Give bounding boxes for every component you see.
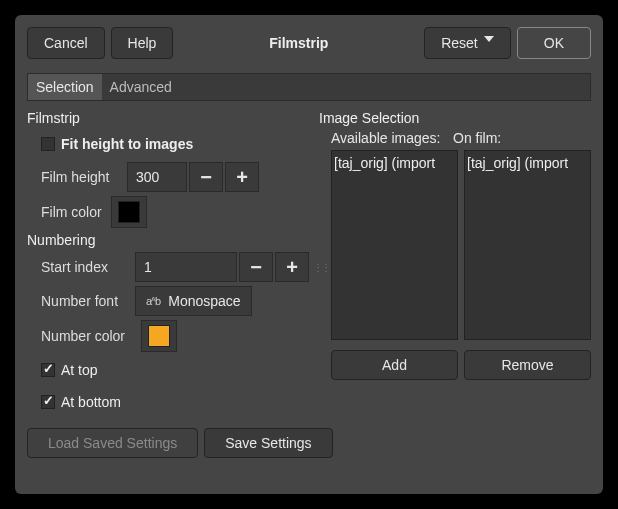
film-height-increment[interactable]: + [225,162,259,192]
start-index-increment[interactable]: + [275,252,309,282]
film-height-input[interactable] [127,162,187,192]
dialog-body: Filmstrip Fit height to images Film heig… [27,101,591,420]
start-index-label: Start index [41,259,135,275]
tabs: Selection Advanced [27,73,591,101]
start-index-decrement[interactable]: − [239,252,273,282]
filmstrip-dialog: Cancel Help Filmstrip Reset OK Selection… [15,15,603,494]
list-headers: Available images: On film: [331,130,591,146]
tab-advanced[interactable]: Advanced [102,74,180,100]
film-color-row: Film color [27,196,319,228]
number-font-label: Number font [41,293,135,309]
left-column: Filmstrip Fit height to images Film heig… [27,107,319,420]
start-index-spinner: − + [135,252,309,282]
save-settings-button[interactable]: Save Settings [204,428,332,458]
film-color-label: Film color [41,204,111,220]
font-icon: aᴬb [146,295,160,308]
lists-container: [taj_orig] (import [taj_orig] (import [319,150,591,340]
available-label: Available images: [331,130,441,146]
cancel-button[interactable]: Cancel [27,27,105,59]
fit-height-checkbox[interactable] [41,137,55,151]
at-bottom-checkbox[interactable] [41,395,55,409]
number-font-button[interactable]: aᴬb Monospace [135,286,252,316]
add-remove-row: Add Remove [319,350,591,380]
ok-button[interactable]: OK [517,27,591,59]
film-height-spinner: − + [127,162,259,192]
at-top-label: At top [61,362,98,378]
film-height-decrement[interactable]: − [189,162,223,192]
remove-button[interactable]: Remove [464,350,591,380]
number-color-swatch [148,325,170,347]
start-index-input[interactable] [135,252,237,282]
film-color-swatch [118,201,140,223]
help-button[interactable]: Help [111,27,174,59]
reset-label: Reset [441,35,478,51]
fit-height-label: Fit height to images [61,136,193,152]
at-bottom-label: At bottom [61,394,121,410]
available-images-list[interactable]: [taj_orig] (import [331,150,458,340]
number-font-value: Monospace [168,293,240,309]
list-item[interactable]: [taj_orig] (import [334,155,455,171]
fit-height-row: Fit height to images [27,130,319,158]
list-item[interactable]: [taj_orig] (import [467,155,588,171]
on-film-label: On film: [453,130,501,146]
tab-selection[interactable]: Selection [28,74,102,100]
right-column: Image Selection Available images: On fil… [319,107,591,420]
image-selection-title: Image Selection [319,110,591,126]
add-button[interactable]: Add [331,350,458,380]
at-top-row: At top [27,356,319,384]
film-height-label: Film height [41,169,127,185]
number-font-row: Number font aᴬb Monospace [27,286,319,316]
film-height-row: Film height − + [27,162,319,192]
on-film-list[interactable]: [taj_orig] (import [464,150,591,340]
reset-button[interactable]: Reset [424,27,511,59]
filmstrip-section-title: Filmstrip [27,110,319,126]
dialog-header: Cancel Help Filmstrip Reset OK [27,27,591,59]
number-color-row: Number color [27,320,319,352]
number-color-label: Number color [41,328,141,344]
number-color-button[interactable] [141,320,177,352]
start-index-row: Start index − + ⋮⋮ [27,252,319,282]
dialog-title: Filmstrip [179,35,418,51]
at-top-checkbox[interactable] [41,363,55,377]
footer: Load Saved Settings Save Settings [27,428,591,458]
numbering-section-title: Numbering [27,232,319,248]
load-settings-button[interactable]: Load Saved Settings [27,428,198,458]
at-bottom-row: At bottom [27,388,319,416]
film-color-button[interactable] [111,196,147,228]
chevron-down-icon [484,38,494,48]
